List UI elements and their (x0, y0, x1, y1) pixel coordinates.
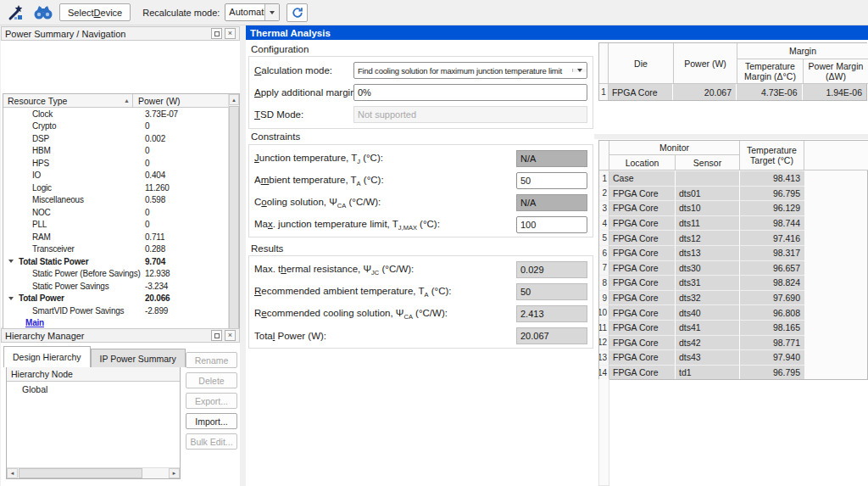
temperature-target-cell: 98.744 (740, 215, 804, 231)
power-summary-row[interactable]: DSP0.002 (3, 132, 228, 145)
row-label-cell: PLL (3, 220, 142, 229)
row-label-cell: Miscellaneous (3, 195, 142, 204)
location-cell: FPGA Core (609, 260, 676, 276)
table-row[interactable]: 1Case98.413 (599, 170, 867, 186)
table-row[interactable]: 3FPGA Coredts1096.129 (599, 200, 867, 215)
scroll-right-icon[interactable]: ► (169, 468, 180, 478)
power-summary-row[interactable]: Crypto0 (3, 120, 228, 133)
chevron-down-icon (572, 69, 587, 72)
import-button[interactable]: Import... (186, 413, 237, 429)
close-panel-icon[interactable]: × (225, 28, 236, 39)
location-cell: FPGA Core (609, 215, 676, 231)
hierarchy-buttons: RenameDeleteExport...Import...Bulk Edit.… (186, 352, 237, 450)
power-summary-row[interactable]: IO0.404 (3, 170, 228, 182)
wand-icon[interactable] (5, 3, 27, 23)
nav-link[interactable]: Main (25, 318, 44, 327)
table-row[interactable]: 5FPGA Coredts1297.416 (599, 230, 867, 245)
max-junction-temperature-limit-input[interactable] (516, 216, 587, 233)
refresh-icon (292, 7, 303, 19)
constraints-group: Junction temperature, TJ (°C):N/AAmbient… (248, 144, 593, 237)
vertical-scrollbar[interactable]: ▲ ▼ (228, 94, 239, 354)
thermal-analysis-titlebar: Thermal Analysis (246, 25, 868, 40)
power-summary-row[interactable]: Clock3.73E-07 (3, 108, 228, 120)
location-cell: FPGA Core (609, 320, 676, 335)
table-row[interactable]: 4FPGA Coredts1198.744 (599, 215, 867, 231)
power-summary-row[interactable]: Miscellaneous0.598 (3, 194, 228, 207)
power-summary-row[interactable]: PLL0 (3, 219, 228, 232)
scrollbar-thumb[interactable] (19, 468, 142, 478)
panel-divider (594, 134, 868, 139)
close-panel-icon[interactable]: × (225, 330, 236, 341)
row-label: DSP (32, 134, 49, 143)
sensor-cell: dts40 (676, 304, 740, 320)
hierarchy-tree: Hierarchy Node Global ◄ ► (6, 366, 181, 479)
resource-type-column-header[interactable]: Resource Type ▲ (3, 94, 133, 107)
sensor-cell: dts01 (676, 186, 740, 201)
expander-icon[interactable] (8, 297, 14, 300)
power-summary-row[interactable]: Transceiver0.288 (3, 243, 228, 256)
expander-icon[interactable] (8, 260, 14, 263)
row-number-cell: 10 (599, 304, 609, 320)
row-label: PLL (32, 220, 47, 229)
table-row[interactable]: 12FPGA Coredts4298.771 (599, 335, 867, 350)
scrollbar-thumb[interactable] (229, 106, 239, 338)
apply-additional-margin-input[interactable] (353, 84, 587, 101)
table-row[interactable]: 13FPGA Coredts4397.940 (599, 349, 867, 365)
table-row[interactable]: 14FPGA Coretd196.795 (599, 365, 867, 380)
hierarchy-manager-panel-title: Hierarchy Manager (5, 331, 209, 341)
power-summary-row[interactable]: NOC0 (3, 206, 228, 219)
table-row[interactable]: 1FPGA Core20.0674.73E-061.94E-06 (599, 84, 866, 100)
select-device-button[interactable]: Select Device (59, 3, 131, 21)
table-row[interactable]: 2FPGA Coredts0196.795 (599, 186, 867, 201)
max-thermal-resistance-row: Max. thermal resistance, ΨJC (°C/W):0.02… (254, 261, 587, 278)
row-value: 0.711 (142, 232, 228, 242)
power-summary-row[interactable]: RAM0.711 (3, 231, 228, 243)
horizontal-scrollbar[interactable]: ◄ ► (7, 467, 180, 478)
table-row[interactable]: 9FPGA Coredts3297.690 (599, 290, 867, 305)
row-label: Static Power Savings (32, 282, 109, 291)
total-power-row: Total Power (W):20.067 (254, 327, 587, 344)
float-panel-icon[interactable] (211, 330, 222, 341)
tab-design-hierarchy[interactable]: Design Hierarchy (3, 346, 91, 367)
temperature-target-cell: 98.771 (740, 335, 804, 350)
monitor-table-body: 1Case98.4132FPGA Coredts0196.7953FPGA Co… (599, 170, 867, 379)
refresh-button[interactable] (287, 3, 308, 22)
sensor-cell: dts41 (676, 320, 740, 335)
row-value: 12.938 (142, 269, 228, 278)
calculation-mode-combobox[interactable]: Find cooling solution for maximum juncti… (353, 62, 587, 79)
tree-item[interactable]: Global (7, 382, 180, 396)
location-cell: Case (609, 170, 676, 186)
ambient-temperature-input[interactable] (516, 172, 587, 189)
temperature-target-cell: 96.795 (740, 365, 804, 380)
power-summary-row[interactable]: Main (3, 317, 228, 330)
power-column-header[interactable]: Power (W) (133, 94, 228, 107)
table-row[interactable]: 8FPGA Coredts3198.824 (599, 275, 867, 290)
power-summary-row[interactable]: HPS0 (3, 157, 228, 170)
location-cell: FPGA Core (609, 230, 676, 245)
sensor-cell: dts11 (676, 215, 740, 231)
table-row[interactable]: 7FPGA Coredts3096.657 (599, 260, 867, 276)
table-row[interactable]: 11FPGA Coredts4198.165 (599, 320, 867, 335)
table-row[interactable]: 10FPGA Coredts4096.808 (599, 304, 867, 320)
sensor-cell: dts31 (676, 275, 740, 290)
bulk-edit-button: Bulk Edit... (186, 433, 237, 450)
power-summary-row[interactable]: Logic11.260 (3, 182, 228, 194)
power-summary-row[interactable]: Total Static Power9.704 (3, 255, 228, 268)
power-summary-row[interactable]: Total Power20.066 (3, 293, 228, 305)
binoculars-icon[interactable] (32, 3, 54, 23)
power-summary-row[interactable]: Static Power Savings-3.234 (3, 280, 228, 293)
recalculate-mode-combobox[interactable]: Automatic (225, 3, 280, 21)
scroll-left-icon[interactable]: ◄ (7, 468, 18, 478)
power-summary-row[interactable]: SmartVID Power Savings-2.899 (3, 304, 228, 317)
table-row[interactable]: 6FPGA Coredts1398.317 (599, 245, 867, 260)
app-window: Select Device Recalculate mode: Automati… (0, 0, 868, 486)
die-cell: FPGA Core (609, 84, 674, 100)
calculation-mode-row: Calculation mode:Find cooling solution f… (254, 62, 587, 79)
tab-ip-power-summary[interactable]: IP Power Summary (91, 349, 186, 367)
row-label-cell: Static Power Savings (3, 282, 142, 291)
float-panel-icon[interactable] (211, 28, 222, 39)
power-summary-row[interactable]: HBM0 (3, 145, 228, 158)
scroll-up-icon[interactable]: ▲ (229, 94, 239, 105)
power-summary-row[interactable]: Static Power (Before Savings)12.938 (3, 268, 228, 281)
row-number-cell: 7 (599, 260, 609, 276)
